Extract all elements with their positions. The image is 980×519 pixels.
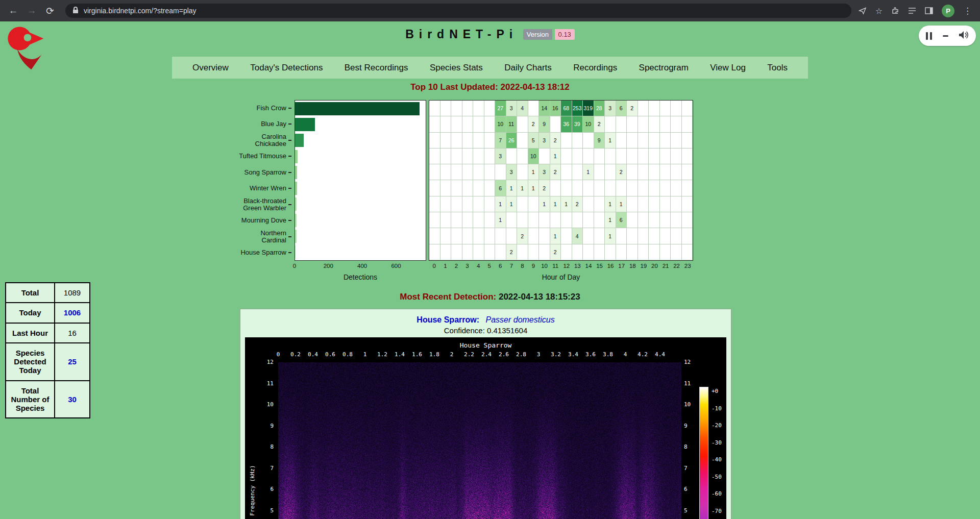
nav-item[interactable]: Overview [192,63,229,73]
recent-detection-heading: Most Recent Detection: 2022-04-13 18:15:… [0,292,980,302]
nav-item[interactable]: Recordings [573,63,617,73]
spectro-x-tick: 2.4 [481,351,492,358]
side-panel-icon[interactable] [925,7,933,14]
page-body: BirdNET-Pi Version 0.13 OverviewToday's … [0,21,980,519]
reading-list-icon[interactable] [908,7,916,14]
hour-axis-tick: 19 [640,263,647,269]
recent-detection-panel: House Sparrow: Passer domesticus Confide… [240,309,731,519]
bar-row [295,212,426,228]
address-bar[interactable]: virginia.birdnetpi.com/?stream=play [65,4,851,18]
heatmap-cell: 1 [605,196,616,212]
nav-item[interactable]: Tools [767,63,788,73]
spectro-x-tick: 1 [363,351,367,358]
nav-item[interactable]: Spectrogram [639,63,689,73]
colorbar-tick: -20 [712,422,722,429]
stats-value-link[interactable]: 1006 [55,303,90,323]
player-seek-handle[interactable] [943,35,948,37]
heatmap-cell [605,180,616,196]
heatmap-cell [517,244,528,260]
hour-axis-tick: 6 [499,263,502,269]
heatmap-cell: 1 [605,212,616,228]
heatmap-cell [627,149,638,164]
heatmap-cell [682,133,693,149]
heatmap-cell: 5 [528,133,540,149]
share-icon[interactable] [859,7,867,15]
browser-reload-button[interactable]: ⟳ [42,3,58,19]
nav-item[interactable]: Daily Charts [504,63,552,73]
heatmap-cell [462,133,474,149]
heatmap-grid: 2734141668253319283621011293639102726532… [429,100,693,261]
axis-tick-mark [288,108,291,109]
heatmap-cell: 9 [594,133,605,149]
hour-axis-tick: 21 [663,263,669,269]
species-scientific-name-link[interactable]: Passer domesticus [485,315,554,324]
browser-forward-button[interactable]: → [23,3,40,19]
heatmap-cell [660,196,671,212]
heatmap-cell: 7 [495,133,506,149]
hour-axis-tick: 7 [510,263,513,269]
heatmap-cell: 1 [495,196,506,212]
heatmap-cell [484,196,496,212]
colorbar-tick: -70 [712,508,722,514]
heatmap-cell [451,164,462,180]
hour-axis-tick: 20 [651,263,658,269]
stats-value-link[interactable]: 25 [55,343,90,381]
volume-icon[interactable] [959,31,969,41]
heatmap-cell [671,101,682,116]
heatmap-cell [649,212,660,228]
heatmap-cell [484,116,496,132]
heatmap-cell [660,212,671,228]
heatmap-cell [594,196,605,212]
heatmap-cell [572,212,583,228]
spectro-x-tick: 3.4 [568,351,578,358]
species-label-row: Black-throated Green Warbler [208,196,291,213]
heatmap-cell: 2 [550,244,561,260]
heatmap-cell [429,149,440,164]
heatmap-cell [440,116,452,132]
heatmap-cell [462,212,474,228]
heatmap-cell [539,244,550,260]
heatmap-cell: 2 [550,164,561,180]
nav-bar: OverviewToday's DetectionsBest Recording… [172,57,808,79]
heatmap-cell [605,164,616,180]
detections-bar [295,245,296,259]
heatmap-cell [682,180,693,196]
profile-avatar[interactable]: P [942,5,954,17]
nav-item[interactable]: Best Recordings [345,63,408,73]
detection-species-line: House Sparrow: Passer domesticus [240,315,731,326]
heatmap-cell: 1 [561,196,572,212]
recent-detection-label: Most Recent Detection: [400,292,496,302]
heatmap-cell: 4 [572,228,583,244]
hour-axis-tick: 15 [596,263,603,269]
bar-axis-tick: 600 [391,263,401,269]
heatmap-cell [649,228,660,244]
audio-player[interactable] [919,26,976,46]
spectro-y-tick: 5 [684,507,688,514]
lock-icon [72,7,79,15]
extensions-icon[interactable] [891,7,899,15]
heatmap-cell [473,212,484,228]
heatmap-cell [627,244,638,260]
species-common-name-link[interactable]: House Sparrow: [416,315,479,324]
pause-button[interactable] [926,32,932,40]
heatmap-cell [671,212,682,228]
bookmark-star-icon[interactable]: ☆ [875,6,883,16]
bar-row [295,133,426,149]
heatmap-cell [616,180,627,196]
heatmap-cell [517,212,528,228]
axis-tick-mark [288,204,291,205]
heatmap-cell [660,244,671,260]
spectro-x-tick: 2.2 [464,351,474,358]
nav-item[interactable]: Today's Detections [250,63,323,73]
heatmap-cell: 6 [495,180,506,196]
browser-menu-icon[interactable]: ⋮ [963,6,972,16]
spectro-y-tick: 9 [684,423,688,429]
nav-item[interactable]: View Log [710,63,746,73]
browser-back-button[interactable]: ← [5,3,21,19]
nav-item[interactable]: Species Stats [430,63,483,73]
heatmap-cell [429,196,440,212]
axis-tick-mark [288,188,291,189]
hour-axis-tick: 22 [673,263,680,269]
site-header: BirdNET-Pi Version 0.13 [0,28,980,41]
stats-value-link[interactable]: 30 [55,381,90,418]
